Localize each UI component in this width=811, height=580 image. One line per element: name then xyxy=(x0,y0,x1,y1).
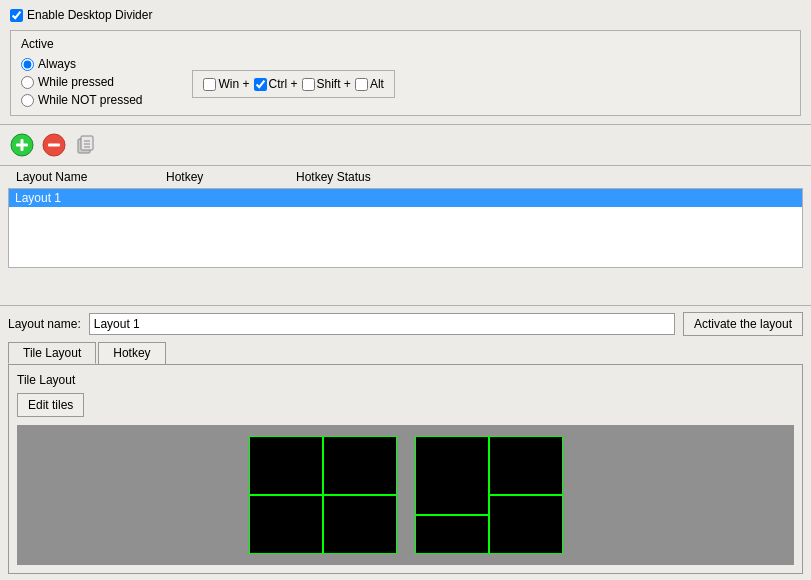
col-header-status: Hotkey Status xyxy=(292,168,472,186)
enable-row: Enable Desktop Divider xyxy=(10,8,801,22)
tabs: Tile Layout Hotkey xyxy=(8,342,803,364)
bottom-section: Layout name: Activate the layout Tile La… xyxy=(0,305,811,580)
tile-grid-container xyxy=(249,436,563,554)
tile-grid-left xyxy=(249,436,397,554)
enable-checkbox[interactable] xyxy=(10,9,23,22)
add-icon xyxy=(10,133,34,157)
tile-layout-header: Tile Layout xyxy=(17,373,794,387)
modifier-ctrl-checkbox[interactable] xyxy=(254,78,267,91)
radio-while-pressed-label: While pressed xyxy=(38,75,114,89)
radio-while-not-pressed-input[interactable] xyxy=(21,94,34,107)
svg-rect-6 xyxy=(81,136,93,150)
enable-label[interactable]: Enable Desktop Divider xyxy=(10,8,152,22)
table-row[interactable]: Layout 1 xyxy=(9,189,802,207)
active-top: Always While pressed While NOT pressed xyxy=(21,57,790,107)
modifier-win[interactable]: Win + xyxy=(203,77,249,91)
hotkey-modifiers: Win + Ctrl + Shift + Alt xyxy=(192,70,394,98)
svg-rect-4 xyxy=(48,144,60,147)
top-section: Enable Desktop Divider Active Always Whi… xyxy=(0,0,811,125)
row-name: Layout 1 xyxy=(9,189,268,207)
layout-name-input[interactable] xyxy=(89,313,675,335)
add-button[interactable] xyxy=(8,131,36,159)
radio-always-input[interactable] xyxy=(21,58,34,71)
tile-grid-right xyxy=(415,436,563,554)
col-headers: Layout Name Hotkey Hotkey Status xyxy=(8,166,803,188)
spacer xyxy=(0,276,811,305)
toolbar xyxy=(0,125,811,166)
row-hotkey xyxy=(268,189,492,207)
table-section: Layout Name Hotkey Hotkey Status Layout … xyxy=(0,166,811,276)
copy-icon xyxy=(74,133,98,157)
radio-while-not-pressed-label: While NOT pressed xyxy=(38,93,142,107)
modifier-alt-label: Alt xyxy=(370,77,384,91)
radio-options: Always While pressed While NOT pressed xyxy=(21,57,142,107)
radio-always-label: Always xyxy=(38,57,76,71)
radio-while-not-pressed[interactable]: While NOT pressed xyxy=(21,93,142,107)
svg-rect-2 xyxy=(16,144,28,147)
modifier-ctrl-label: Ctrl + xyxy=(269,77,298,91)
modifier-alt-checkbox[interactable] xyxy=(355,78,368,91)
modifier-shift[interactable]: Shift + xyxy=(302,77,351,91)
radio-while-pressed[interactable]: While pressed xyxy=(21,75,142,89)
radio-while-pressed-input[interactable] xyxy=(21,76,34,89)
layout-table-wrapper: Layout 1 xyxy=(8,188,803,268)
canvas-area xyxy=(17,425,794,565)
modifier-ctrl[interactable]: Ctrl + xyxy=(254,77,298,91)
tab-tile-layout[interactable]: Tile Layout xyxy=(8,342,96,364)
modifier-shift-checkbox[interactable] xyxy=(302,78,315,91)
activate-layout-button[interactable]: Activate the layout xyxy=(683,312,803,336)
radio-always[interactable]: Always xyxy=(21,57,142,71)
delete-icon xyxy=(42,133,66,157)
col-header-name: Layout Name xyxy=(12,168,162,186)
delete-button[interactable] xyxy=(40,131,68,159)
tab-hotkey[interactable]: Hotkey xyxy=(98,342,165,364)
modifier-win-checkbox[interactable] xyxy=(203,78,216,91)
enable-text: Enable Desktop Divider xyxy=(27,8,152,22)
col-header-hotkey: Hotkey xyxy=(162,168,292,186)
modifier-shift-label: Shift + xyxy=(317,77,351,91)
row-status xyxy=(492,189,802,207)
main-container: Enable Desktop Divider Active Always Whi… xyxy=(0,0,811,580)
layout-name-label: Layout name: xyxy=(8,317,81,331)
layout-table: Layout 1 xyxy=(9,189,802,207)
tab-content: Tile Layout Edit tiles xyxy=(8,364,803,574)
edit-tiles-button[interactable]: Edit tiles xyxy=(17,393,84,417)
copy-button[interactable] xyxy=(72,131,100,159)
active-label: Active xyxy=(21,37,790,51)
modifier-alt[interactable]: Alt xyxy=(355,77,384,91)
tile-layout-section: Tile Layout Edit tiles xyxy=(17,373,794,565)
modifier-win-label: Win + xyxy=(218,77,249,91)
layout-name-row: Layout name: Activate the layout xyxy=(8,312,803,336)
active-group: Active Always While pressed xyxy=(10,30,801,116)
active-group-inner: Active Always While pressed xyxy=(21,37,790,107)
